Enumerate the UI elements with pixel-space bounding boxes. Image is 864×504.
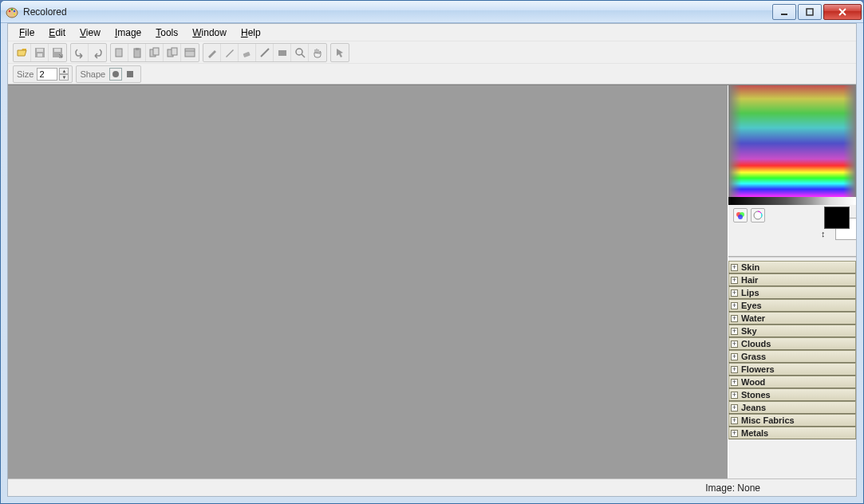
- line-icon[interactable]: [256, 44, 274, 61]
- swap-colors-icon[interactable]: ↕: [821, 229, 826, 238]
- redo-icon[interactable]: [89, 44, 106, 61]
- window-title: Recolored: [23, 6, 771, 18]
- shape-square-button[interactable]: [124, 68, 136, 81]
- pencil-icon[interactable]: [221, 44, 239, 61]
- side-panel: ↕ +Skin+Hair+Lips+Eyes+Water+Sky+Clouds+…: [728, 85, 856, 478]
- color-wheel-hsv-icon[interactable]: [751, 208, 765, 222]
- project-icon[interactable]: [181, 44, 199, 61]
- category-label: Metals: [741, 428, 768, 438]
- menu-tools[interactable]: Tools: [149, 26, 184, 40]
- category-row[interactable]: +Grass: [728, 350, 856, 363]
- category-label: Jeans: [741, 403, 766, 412]
- expand-icon[interactable]: +: [731, 392, 738, 399]
- category-row[interactable]: +Jeans: [728, 401, 856, 414]
- svg-rect-8: [37, 49, 43, 52]
- svg-line-22: [261, 49, 269, 57]
- svg-point-2: [11, 8, 14, 10]
- save-as-icon[interactable]: [49, 44, 66, 61]
- menu-edit[interactable]: Edit: [42, 26, 72, 40]
- layers-icon[interactable]: [164, 44, 181, 61]
- svg-point-3: [14, 10, 16, 12]
- paste-icon[interactable]: [128, 44, 146, 61]
- rect-tool-icon[interactable]: [274, 44, 291, 61]
- expand-icon[interactable]: +: [731, 379, 738, 386]
- swatch-area: ↕: [824, 207, 850, 229]
- category-row[interactable]: +Stones: [728, 388, 856, 401]
- category-row[interactable]: +Metals: [728, 427, 856, 439]
- size-input[interactable]: [37, 68, 57, 81]
- category-row[interactable]: +Hair: [728, 274, 856, 286]
- foreground-swatch[interactable]: [824, 207, 850, 229]
- expand-icon[interactable]: +: [731, 353, 738, 360]
- window-controls: [771, 4, 862, 20]
- svg-rect-12: [116, 49, 122, 57]
- category-row[interactable]: +Clouds: [728, 337, 856, 350]
- expand-icon[interactable]: +: [731, 341, 738, 348]
- category-label: Flowers: [741, 364, 775, 374]
- shape-control: Shape: [76, 65, 141, 83]
- copy-icon[interactable]: [111, 44, 128, 61]
- svg-point-28: [738, 215, 743, 219]
- canvas[interactable]: [8, 85, 728, 478]
- color-picker[interactable]: [728, 85, 856, 197]
- shape-label: Shape: [80, 69, 105, 79]
- duplicate-icon[interactable]: [146, 44, 164, 61]
- zoom-icon[interactable]: [291, 44, 309, 61]
- svg-rect-19: [185, 49, 195, 57]
- expand-icon[interactable]: +: [731, 289, 738, 297]
- svg-rect-6: [807, 9, 813, 15]
- category-label: Misc Fabrics: [741, 415, 795, 425]
- save-icon[interactable]: [31, 44, 49, 61]
- expand-icon[interactable]: +: [731, 277, 738, 284]
- category-row[interactable]: +Flowers: [728, 363, 856, 376]
- category-label: Hair: [741, 275, 758, 285]
- menu-file[interactable]: File: [13, 26, 41, 40]
- pointer-icon[interactable]: [331, 44, 349, 61]
- brush-icon[interactable]: [203, 44, 221, 61]
- grayscale-strip[interactable]: [728, 197, 856, 205]
- category-row[interactable]: +Water: [728, 312, 856, 325]
- minimize-button[interactable]: [772, 4, 796, 20]
- shape-round-button[interactable]: [109, 68, 122, 81]
- eraser-icon[interactable]: [239, 44, 256, 61]
- expand-icon[interactable]: +: [731, 328, 738, 335]
- expand-icon[interactable]: +: [731, 430, 738, 437]
- category-row[interactable]: +Sky: [728, 325, 856, 337]
- svg-rect-23: [278, 50, 286, 56]
- menu-image[interactable]: Image: [108, 26, 148, 40]
- status-image-label: Image:: [705, 482, 735, 494]
- category-list: +Skin+Hair+Lips+Eyes+Water+Sky+Clouds+Gr…: [728, 261, 856, 478]
- status-image-value: None: [737, 482, 760, 494]
- svg-rect-9: [37, 53, 42, 57]
- category-row[interactable]: +Skin: [728, 261, 856, 274]
- maximize-button[interactable]: [798, 4, 822, 20]
- svg-point-24: [296, 49, 302, 55]
- menu-window[interactable]: Window: [186, 26, 233, 40]
- hand-icon[interactable]: [309, 44, 326, 61]
- panel-separator: [728, 256, 856, 258]
- category-label: Grass: [741, 352, 766, 361]
- expand-icon[interactable]: +: [731, 302, 738, 309]
- category-row[interactable]: +Wood: [728, 376, 856, 388]
- menu-view[interactable]: View: [73, 26, 107, 40]
- svg-rect-18: [172, 48, 177, 55]
- category-label: Clouds: [741, 339, 771, 348]
- expand-icon[interactable]: +: [731, 264, 738, 271]
- expand-icon[interactable]: +: [731, 315, 738, 322]
- svg-rect-16: [153, 48, 159, 55]
- expand-icon[interactable]: +: [731, 366, 738, 373]
- toolbar: [8, 41, 856, 64]
- menu-help[interactable]: Help: [235, 26, 267, 40]
- expand-icon[interactable]: +: [731, 417, 738, 424]
- open-icon[interactable]: [14, 44, 31, 61]
- category-row[interactable]: +Lips: [728, 286, 856, 299]
- expand-icon[interactable]: +: [731, 404, 738, 411]
- undo-icon[interactable]: [71, 44, 89, 61]
- category-row[interactable]: +Eyes: [728, 299, 856, 312]
- close-button[interactable]: [823, 4, 862, 20]
- color-wheel-rgb-icon[interactable]: [733, 208, 748, 222]
- size-spinner[interactable]: ▲▼: [59, 68, 69, 81]
- category-label: Wood: [741, 377, 765, 387]
- category-row[interactable]: +Misc Fabrics: [728, 414, 856, 427]
- titlebar[interactable]: Recolored: [1, 1, 863, 23]
